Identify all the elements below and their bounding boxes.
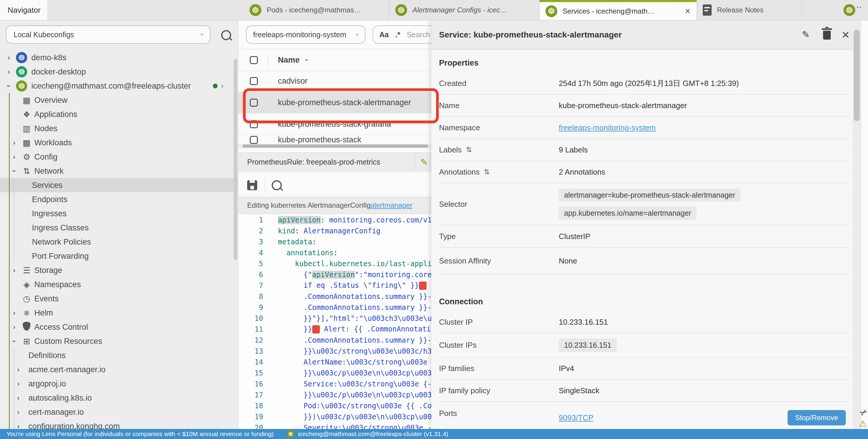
sidebar-item-events[interactable]: ◷Events — [0, 292, 238, 306]
sidebar-item-endpoints[interactable]: Endpoints — [0, 192, 238, 206]
stop-remove-button[interactable]: Stop/Remove — [787, 410, 846, 426]
active-cluster-label[interactable]: icecheng@mathmast.com@freeleaps-cluster … — [298, 431, 448, 438]
editor-search-icon[interactable] — [272, 180, 282, 190]
code-line[interactable]: 3metadata: — [238, 236, 445, 247]
tab-alertmanager-configs-icec-[interactable]: ☸Alertmanager Configs - icec… — [390, 0, 539, 20]
sort-toggle-icon[interactable]: ⇅ — [484, 168, 490, 176]
chevron-right-icon[interactable]: › — [13, 266, 16, 274]
select-all-checkbox[interactable] — [250, 56, 258, 64]
delete-trash-icon[interactable] — [823, 31, 831, 40]
code-line[interactable]: 1apiVersion: monitoring.coreos.com/v1 — [238, 214, 445, 226]
sidebar-item-helm[interactable]: ›⎈Helm — [0, 306, 238, 320]
sidebar-item-network-policies[interactable]: Network Policies — [0, 235, 238, 249]
chevron-right-icon[interactable]: › — [13, 323, 16, 331]
code-line[interactable]: 10 }}"}],"html":"\u003ch3\u003e\u — [238, 313, 445, 324]
scrollbar-thumb[interactable] — [242, 144, 428, 148]
name-column-header[interactable]: Name — [278, 56, 300, 65]
chevron-right-icon[interactable]: › — [17, 394, 20, 402]
sidebar-item-config[interactable]: ›⚙Config — [0, 150, 238, 164]
code-line[interactable]: 14 AlertName:\u003c/strong\u003e — [238, 357, 445, 368]
chevron-right-icon[interactable]: › — [8, 54, 10, 62]
horizontal-scrollbar[interactable] — [238, 144, 431, 148]
sidebar-item-definitions[interactable]: Definitions — [0, 348, 238, 363]
code-line[interactable]: 11 }}🚨 Alert: {{ .CommonAnnotati — [238, 324, 445, 335]
sidebar-item-ingress-classes[interactable]: Ingress Classes — [0, 221, 238, 235]
code-line[interactable]: 5 kubectl.kubernetes.io/last-appli — [238, 258, 445, 269]
scrollbar-thumb[interactable] — [854, 30, 860, 121]
tab-pods-icecheng-mathmas-[interactable]: ☸Pods - icecheng@mathmas… — [244, 0, 390, 20]
sidebar-item-workloads[interactable]: ›▩Workloads — [0, 136, 238, 150]
sidebar-item-nodes[interactable]: ▥Nodes — [0, 122, 238, 136]
sidebar-item-namespaces[interactable]: ◈Namespaces — [0, 277, 238, 292]
close-icon[interactable]: ✕ — [841, 29, 850, 41]
sidebar-item-docker-desktop[interactable]: ›☸docker-desktop — [0, 65, 238, 79]
editing-resource-link[interactable]: alertmanager — [371, 201, 412, 209]
chevron-down-icon[interactable]: › — [5, 85, 13, 87]
code-line[interactable]: 16 Service:\u003c/strong\u003e {- — [238, 378, 445, 390]
search-icon[interactable] — [221, 30, 231, 40]
port-link[interactable]: 9093/TCP — [559, 413, 593, 423]
namespace-filter[interactable]: freeleaps-monitoring-system › — [246, 25, 365, 44]
sidebar-item-services[interactable]: Services — [0, 178, 238, 192]
edit-pencil-icon[interactable]: ✎ — [802, 29, 810, 40]
sidebar-scrollbar[interactable] — [234, 59, 238, 260]
kubernetes-icon: ☸ — [395, 4, 407, 16]
sidebar-item-storage[interactable]: ›☰Storage — [0, 263, 238, 277]
sidebar-item-port-forwarding[interactable]: Port Forwarding — [0, 249, 238, 263]
sidebar-item-acme-cert-manager-io[interactable]: ›acme.cert-manager.io — [0, 363, 238, 377]
sidebar-item-icecheng-mathmast-com-freeleaps-cluster[interactable]: ›☸icecheng@mathmast.com@freeleaps-cluste… — [0, 79, 238, 93]
sidebar-item-access-control[interactable]: ›Access Control — [0, 320, 238, 334]
code-line[interactable]: 4 annotations: — [238, 247, 445, 258]
sidebar-item-cert-manager-io[interactable]: ›cert-manager.io — [0, 405, 238, 419]
chevron-right-icon[interactable]: › — [8, 68, 10, 76]
match-case-icon[interactable]: Aa — [379, 30, 389, 39]
chevron-right-icon[interactable]: › — [13, 309, 16, 317]
sidebar-item-custom-resources[interactable]: ›⊞Custom Resources — [0, 334, 238, 348]
tab-release-notes[interactable]: Release Notes — [697, 0, 802, 20]
detail-scrollbar[interactable] — [852, 20, 861, 429]
sidebar-item-demo-k8s[interactable]: ›☸demo-k8s — [0, 50, 238, 65]
navigator-tab[interactable]: Navigator — [0, 0, 47, 20]
code-line[interactable]: 19 }})\u003c/p\u003e\n\u003cp\u00 — [238, 411, 445, 422]
code-line[interactable]: 15 }}\u003c/p\u003e\n\u003cp\u003 — [238, 368, 445, 378]
yaml-editor[interactable]: 1apiVersion: monitoring.coreos.com/v12ki… — [238, 214, 445, 439]
line-number: 7 — [238, 281, 263, 290]
code-line[interactable]: 17 }}\u003c/p\u003e\n\u003cp\u003 — [238, 390, 445, 400]
edit-pencil-icon[interactable]: ✎ — [421, 157, 428, 167]
chevron-right-icon[interactable]: › — [17, 365, 20, 374]
chevron-right-icon[interactable]: › — [221, 82, 223, 90]
table-row-partial[interactable]: kube-prometheus-stack — [238, 135, 431, 145]
tab-services-icecheng-math-[interactable]: ☸Services - icecheng@math…✕ — [539, 0, 697, 20]
sidebar-item-argoproj-io[interactable]: ›argoproj.io — [0, 377, 238, 391]
prometheusrule-bar[interactable]: PrometheusRule: freepeals-prod-metrics ✎ — [238, 153, 431, 171]
chevron-right-icon[interactable]: › — [13, 153, 16, 161]
sidebar-item-ingresses[interactable]: Ingresses — [0, 206, 238, 221]
code-line[interactable]: 7 if eq .Status \"firing\" }}🚨 — [238, 280, 445, 291]
sidebar-item-overview[interactable]: ▦Overview — [0, 93, 238, 107]
code-line[interactable]: 12 .CommonAnnotations.summary }}- — [238, 335, 445, 346]
sidebar-item-autoscaling-k8s-io[interactable]: ›autoscaling.k8s.io — [0, 391, 238, 405]
regex-icon[interactable]: .* — [395, 30, 400, 39]
chevron-right-icon[interactable]: › — [17, 380, 20, 388]
chevron-down-icon[interactable]: › — [10, 170, 18, 172]
chevron-right-icon[interactable]: › — [17, 408, 20, 416]
save-icon[interactable] — [247, 180, 257, 190]
sidebar-item-network[interactable]: ›⇅Network — [0, 164, 238, 178]
code-line[interactable]: 13 }}\u003c/strong\u003e\u003c/h3 — [238, 346, 445, 357]
code-line[interactable]: 9 .CommonAnnotations.summary }}- — [238, 302, 445, 313]
code-line[interactable]: 2kind: AlertmanagerConfig — [238, 226, 445, 236]
sidebar-item-applications[interactable]: ❖Applications — [0, 107, 238, 122]
namespace-link[interactable]: freeleaps-monitoring-system — [559, 123, 656, 132]
chevron-right-icon[interactable]: › — [13, 139, 16, 147]
row-checkbox[interactable] — [250, 136, 258, 144]
kubernetes-icon: ☸ — [250, 4, 261, 16]
sort-toggle-icon[interactable]: ⇅ — [466, 146, 472, 154]
kubeconfig-selector[interactable]: Local Kubeconfigs › — [6, 25, 211, 44]
tab-partial[interactable]: ☸ — [802, 0, 861, 20]
close-tab-icon[interactable]: ✕ — [685, 7, 691, 15]
code-line[interactable]: 6 {"apiVersion":"monitoring.core — [238, 269, 445, 280]
code-line[interactable]: 18 Pod:\u003c/strong\u003e {{ .Co — [238, 400, 445, 411]
code-line[interactable]: 8 .CommonAnnotations.summary }}- — [238, 291, 445, 302]
chevron-down-icon[interactable]: › — [10, 340, 18, 342]
row-checkbox[interactable] — [250, 77, 258, 85]
